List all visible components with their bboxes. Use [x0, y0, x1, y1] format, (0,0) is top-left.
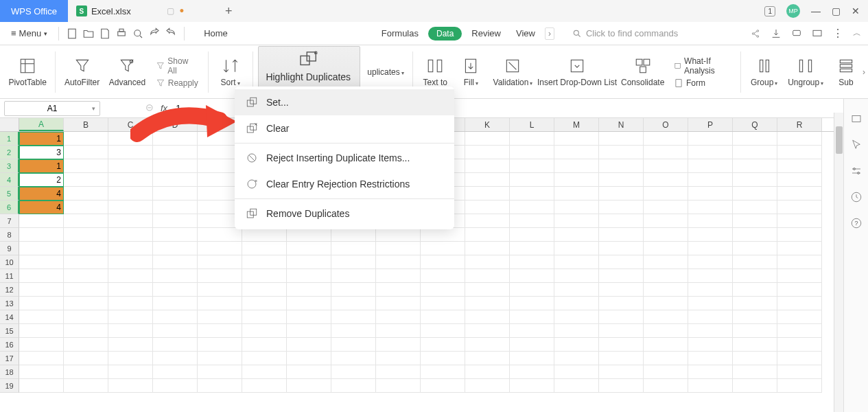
cell[interactable] — [733, 214, 777, 228]
cell[interactable] — [510, 310, 554, 324]
cell[interactable] — [331, 283, 376, 297]
cell[interactable] — [554, 187, 599, 201]
cell[interactable] — [287, 338, 331, 352]
cell[interactable] — [376, 352, 421, 365]
row-header[interactable]: 4 — [0, 173, 19, 187]
pivottable-button[interactable]: PivotTable — [5, 54, 49, 90]
cell[interactable] — [510, 146, 554, 159]
cell[interactable] — [733, 310, 777, 324]
validation-button[interactable]: Validation▾ — [490, 54, 535, 90]
cell[interactable] — [599, 297, 644, 310]
cell[interactable] — [644, 324, 688, 338]
cell[interactable] — [644, 365, 688, 379]
cell[interactable] — [108, 159, 153, 173]
cell[interactable] — [287, 310, 331, 324]
cell[interactable] — [108, 269, 153, 283]
cell[interactable] — [599, 132, 644, 146]
cell[interactable] — [287, 297, 331, 310]
cell[interactable] — [510, 255, 554, 269]
cell[interactable] — [421, 310, 465, 324]
cell[interactable] — [64, 297, 108, 310]
cell[interactable] — [644, 214, 688, 228]
row-header[interactable]: 16 — [0, 338, 19, 352]
cell[interactable] — [733, 201, 777, 214]
cell[interactable] — [510, 338, 554, 352]
cell[interactable] — [644, 338, 688, 352]
cell[interactable] — [733, 132, 777, 146]
cell[interactable] — [644, 283, 688, 297]
cell[interactable] — [644, 173, 688, 187]
cell[interactable] — [242, 297, 287, 310]
cell[interactable] — [644, 242, 688, 255]
cell[interactable] — [64, 173, 108, 187]
cell[interactable] — [554, 297, 599, 310]
cell[interactable] — [733, 159, 777, 173]
cell[interactable] — [331, 352, 376, 365]
cell[interactable] — [644, 159, 688, 173]
undo-icon[interactable] — [148, 27, 161, 40]
cell[interactable] — [510, 324, 554, 338]
cell[interactable] — [421, 352, 465, 365]
cell[interactable] — [733, 365, 777, 379]
cell[interactable] — [19, 255, 64, 269]
cell[interactable] — [599, 159, 644, 173]
cell[interactable] — [153, 379, 198, 393]
cell[interactable] — [688, 132, 733, 146]
row-header[interactable]: 10 — [0, 255, 19, 269]
cell[interactable] — [198, 352, 242, 365]
history-icon[interactable] — [850, 191, 863, 203]
cell[interactable] — [510, 187, 554, 201]
row-header[interactable]: 3 — [0, 159, 19, 173]
cell[interactable] — [108, 379, 153, 393]
cell[interactable] — [376, 365, 421, 379]
cell[interactable] — [331, 365, 376, 379]
cell[interactable]: 3 — [19, 146, 64, 159]
row-header[interactable]: 18 — [0, 365, 19, 379]
cell[interactable] — [242, 228, 287, 242]
column-header[interactable]: N — [599, 118, 644, 131]
cell[interactable] — [287, 269, 331, 283]
cell[interactable] — [733, 146, 777, 159]
cell[interactable] — [108, 338, 153, 352]
cell[interactable] — [153, 214, 198, 228]
cell[interactable] — [733, 297, 777, 310]
cell[interactable] — [108, 310, 153, 324]
cell[interactable] — [198, 310, 242, 324]
column-header[interactable]: O — [644, 118, 688, 131]
cell[interactable] — [153, 255, 198, 269]
cell[interactable] — [331, 379, 376, 393]
cell[interactable] — [688, 242, 733, 255]
cell[interactable] — [421, 228, 465, 242]
menu-clear-restrictions[interactable]: Clear Entry Rejection Restrictions — [235, 171, 454, 197]
cell[interactable] — [19, 242, 64, 255]
cell[interactable] — [465, 242, 510, 255]
cell[interactable] — [287, 324, 331, 338]
cell[interactable] — [644, 146, 688, 159]
cell[interactable] — [153, 187, 198, 201]
minimize-button[interactable]: — — [811, 5, 821, 16]
cell[interactable] — [554, 365, 599, 379]
cell[interactable] — [19, 283, 64, 297]
cell[interactable] — [376, 324, 421, 338]
cell[interactable] — [688, 173, 733, 187]
window-badge[interactable]: 1 — [764, 6, 775, 16]
cell[interactable] — [733, 242, 777, 255]
cell[interactable] — [153, 242, 198, 255]
cell[interactable] — [733, 269, 777, 283]
column-header[interactable]: M — [554, 118, 599, 131]
cell[interactable] — [331, 269, 376, 283]
cell[interactable] — [644, 255, 688, 269]
cursor-icon[interactable] — [850, 139, 863, 151]
cell[interactable] — [599, 324, 644, 338]
cell[interactable] — [465, 187, 510, 201]
cell[interactable] — [777, 283, 822, 297]
column-header[interactable]: K — [465, 118, 510, 131]
cell[interactable] — [64, 159, 108, 173]
cell[interactable] — [331, 338, 376, 352]
cell[interactable] — [599, 214, 644, 228]
cell[interactable] — [242, 379, 287, 393]
cell[interactable] — [287, 352, 331, 365]
cell[interactable] — [644, 310, 688, 324]
cell[interactable] — [688, 201, 733, 214]
cell[interactable] — [465, 214, 510, 228]
